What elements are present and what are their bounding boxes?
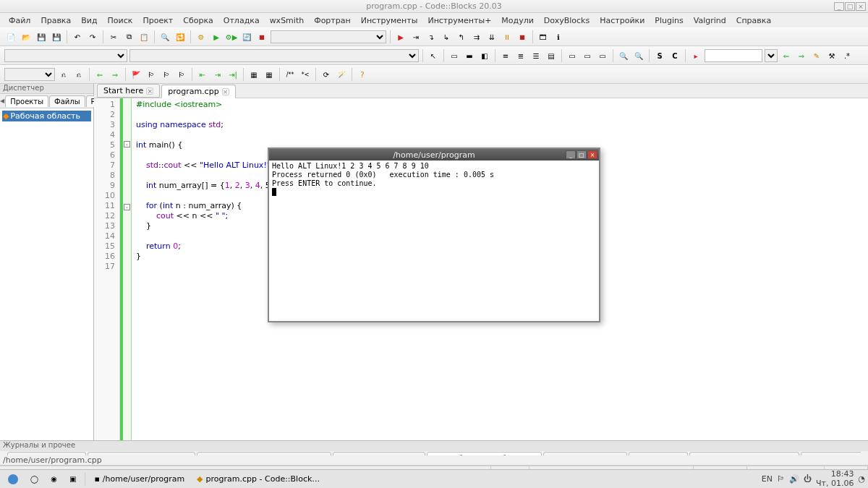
editor-tab-1[interactable]: program.cpp× (161, 85, 235, 98)
comment-line-icon[interactable]: ▦ (263, 68, 276, 81)
search-prev-icon[interactable]: ⇐ (780, 49, 793, 62)
window-minimize-button[interactable]: _ (834, 2, 844, 11)
help-icon[interactable]: ? (356, 68, 369, 81)
search-next-icon[interactable]: ⇒ (795, 49, 808, 62)
function-select[interactable] (129, 49, 419, 62)
terminal-output[interactable]: Hello ALT Linux!1 2 3 4 5 6 7 8 9 10 Pro… (269, 160, 599, 321)
tray-volume-icon[interactable]: 🔊 (789, 474, 799, 484)
zoom-in-icon[interactable]: 🔍 (617, 49, 630, 62)
debug-next-line-icon[interactable]: ↴ (425, 30, 438, 43)
menu-вид[interactable]: Вид (77, 14, 101, 27)
menu-wxsmith[interactable]: wxSmith (265, 14, 309, 27)
search-input[interactable] (705, 49, 762, 62)
workspace-tree[interactable]: ◆ Рабочая область (0, 108, 93, 440)
scope-select[interactable] (4, 49, 127, 62)
refresh-icon[interactable]: ⟳ (320, 68, 333, 81)
fold-bar[interactable]: -- (123, 98, 132, 440)
highlight-icon[interactable]: ✎ (810, 49, 823, 62)
next-func-icon[interactable]: ⇒ (109, 68, 122, 81)
menu-инструменты[interactable]: Инструменты (357, 14, 422, 27)
editor-tab-close-icon[interactable]: × (146, 87, 153, 95)
zoom-out-icon[interactable]: 🔍 (632, 49, 645, 62)
run-icon[interactable]: ▶ (210, 30, 223, 43)
menu-настройки[interactable]: Настройки (595, 14, 649, 27)
debug-start-icon[interactable]: ▶ (394, 30, 407, 43)
doxy-html-icon[interactable]: ◧ (478, 49, 491, 62)
cut-icon[interactable]: ✂ (107, 30, 120, 43)
text-center-icon[interactable]: ≣ (514, 49, 527, 62)
menu-инструменты+[interactable]: Инструменты+ (423, 14, 495, 27)
menu-проект[interactable]: Проект (138, 14, 177, 27)
menu-модули[interactable]: Модули (497, 14, 538, 27)
taskbar-app-1[interactable]: ◯ (25, 472, 43, 487)
window-maximize-button[interactable]: □ (845, 2, 855, 11)
save-all-icon[interactable]: 💾 (50, 30, 63, 43)
debug-run-to-cursor-icon[interactable]: ⇥ (409, 30, 422, 43)
debug-step-into-icon[interactable]: ↳ (440, 30, 453, 43)
nav-prev-icon[interactable]: ⇤ (196, 68, 209, 81)
bookmark-next-icon[interactable]: 🏳 (160, 68, 173, 81)
debug-windows-icon[interactable]: 🗔 (537, 30, 550, 43)
terminal-maximize-button[interactable]: □ (576, 150, 587, 159)
find-icon[interactable]: 🔍 (158, 30, 171, 43)
select-tool-icon[interactable]: ↖ (427, 49, 440, 62)
run-search-icon[interactable]: ▸ (689, 49, 702, 62)
build-icon[interactable]: ⚙ (195, 30, 208, 43)
terminal-close-button[interactable]: × (587, 150, 597, 159)
jump-back-icon[interactable]: ⎌ (57, 68, 70, 81)
build-target-select[interactable] (271, 30, 386, 43)
bookmark-select[interactable] (4, 68, 55, 81)
replace-icon[interactable]: 🔁 (174, 30, 187, 43)
save-icon[interactable]: 💾 (35, 30, 48, 43)
rebuild-icon[interactable]: 🔄 (240, 30, 253, 43)
start-menu-button[interactable] (3, 472, 23, 487)
keyboard-layout[interactable]: EN (762, 474, 773, 484)
menu-поиск[interactable]: Поиск (103, 14, 137, 27)
taskbar-codeblocks[interactable]: ◆program.cpp - Code::Block… (192, 472, 325, 487)
text-justify-icon[interactable]: ▤ (545, 49, 558, 62)
taskbar-app-2[interactable]: ◉ (46, 472, 62, 487)
regex-icon[interactable]: .* (841, 49, 854, 62)
text-right-icon[interactable]: ☰ (529, 49, 542, 62)
menu-plugins[interactable]: Plugins (650, 14, 687, 27)
tray-power-icon[interactable]: ⏻ (804, 474, 812, 484)
bookmark-prev-icon[interactable]: 🏳 (145, 68, 158, 81)
debug-next-instr-icon[interactable]: ⇉ (470, 30, 483, 43)
editor-tab-0[interactable]: Start here× (97, 84, 160, 98)
options-icon[interactable]: ⚒ (825, 49, 838, 62)
box1-icon[interactable]: ▭ (566, 49, 579, 62)
menu-фортран[interactable]: Фортран (310, 14, 355, 27)
bookmark-toggle-icon[interactable]: 🚩 (129, 68, 142, 81)
open-file-icon[interactable]: 📂 (20, 30, 33, 43)
wizard-icon[interactable]: 🪄 (335, 68, 348, 81)
search-type-select[interactable] (765, 49, 778, 62)
tray-flag-icon[interactable]: 🏳 (777, 474, 785, 484)
menu-справка[interactable]: Справка (732, 14, 775, 27)
workspace-root[interactable]: ◆ Рабочая область (2, 111, 91, 121)
nav-last-icon[interactable]: ⇥| (226, 68, 239, 81)
debug-break-icon[interactable]: ⏸ (501, 30, 514, 43)
debug-step-out-icon[interactable]: ↰ (455, 30, 468, 43)
tray-notify-icon[interactable]: ◔ (858, 474, 865, 484)
taskbar-app-3[interactable]: ▣ (64, 472, 81, 487)
taskbar-terminal[interactable]: ▪/home/user/program (89, 472, 190, 487)
redo-icon[interactable]: ↷ (86, 30, 99, 43)
build-run-icon[interactable]: ⚙▶ (225, 30, 238, 43)
comment-c-icon[interactable]: *< (299, 68, 312, 81)
editor-tab-close-icon[interactable]: × (222, 88, 229, 95)
menu-файл[interactable]: Файл (4, 14, 35, 27)
nav-next-icon[interactable]: ⇥ (211, 68, 224, 81)
terminal-titlebar[interactable]: /home/user/program _ □ × (269, 149, 599, 160)
text-left-icon[interactable]: ≡ (499, 49, 512, 62)
abort-icon[interactable]: ⏹ (255, 30, 268, 43)
menu-отладка[interactable]: Отладка (219, 14, 264, 27)
prev-func-icon[interactable]: ⇐ (93, 68, 106, 81)
comment-cpp-icon[interactable]: /** (284, 68, 297, 81)
box3-icon[interactable]: ▭ (596, 49, 609, 62)
taskbar-clock[interactable]: 18:43 Чт, 01.06 (816, 470, 854, 487)
copy-icon[interactable]: ⧉ (122, 30, 135, 43)
menu-правка[interactable]: Правка (36, 14, 75, 27)
box2-icon[interactable]: ▭ (581, 49, 594, 62)
debug-step-into-instr-icon[interactable]: ⇊ (485, 30, 498, 43)
undo-icon[interactable]: ↶ (71, 30, 84, 43)
